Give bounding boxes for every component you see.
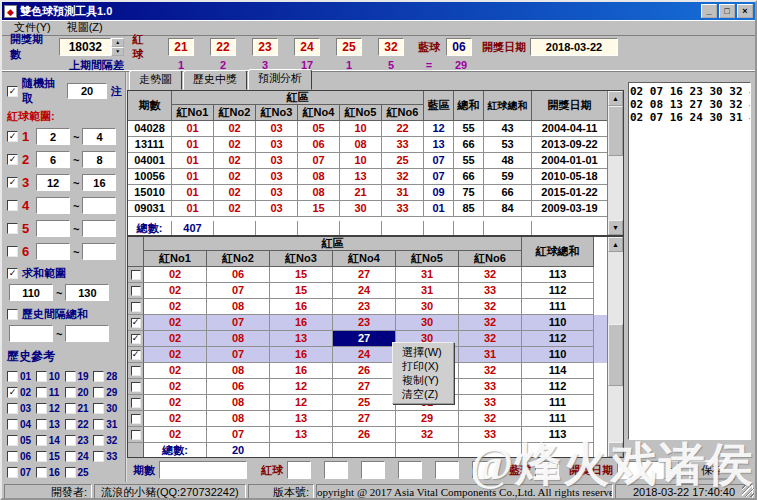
- red-number-cell[interactable]: 12: [270, 395, 333, 411]
- red-number-cell[interactable]: 03: [256, 185, 298, 201]
- red-number-cell[interactable]: 03: [256, 137, 298, 153]
- red-sum-cell[interactable]: 110: [522, 315, 594, 331]
- issue-cell[interactable]: 15010: [128, 185, 172, 201]
- red-number-cell[interactable]: 05: [298, 121, 340, 137]
- bottom-red-input-4[interactable]: [398, 461, 422, 479]
- table-row[interactable]: 04001 01 02 03 07 10 25 07 55: [128, 153, 607, 169]
- blue-number-cell[interactable]: 12: [424, 121, 454, 137]
- red-sum-cell[interactable]: 66: [484, 185, 532, 201]
- table-row[interactable]: ✓ 02 08 13 27 30 32 112: [128, 331, 607, 347]
- row-checkbox-cell[interactable]: [128, 267, 144, 283]
- red-number-cell[interactable]: 21: [340, 185, 382, 201]
- red-number-cell[interactable]: 27: [333, 267, 396, 283]
- result-line[interactable]: 02 08 13 27 30 32 +01: [630, 98, 749, 111]
- issue-cell[interactable]: 10056: [128, 169, 172, 185]
- range-checkbox[interactable]: ✓: [7, 131, 18, 142]
- history-number-item[interactable]: 12: [36, 400, 65, 416]
- range-checkbox[interactable]: ✓: [7, 154, 18, 165]
- red-sum-cell[interactable]: 43: [484, 121, 532, 137]
- red-sum-cell[interactable]: 112: [522, 283, 594, 299]
- range-to-input[interactable]: [82, 128, 116, 145]
- red-number-cell[interactable]: 33: [459, 283, 522, 299]
- history-checkbox[interactable]: [36, 467, 47, 478]
- red-number-cell[interactable]: 13: [270, 427, 333, 443]
- range-from-input[interactable]: [36, 151, 70, 168]
- scroll-thumb[interactable]: [608, 106, 623, 156]
- red-number-cell[interactable]: 32: [459, 331, 522, 347]
- history-number-item[interactable]: 03: [7, 400, 36, 416]
- history-number-item[interactable]: 13: [36, 416, 65, 432]
- history-checkbox[interactable]: [65, 403, 76, 414]
- red-number-cell[interactable]: 07: [207, 283, 270, 299]
- red-number-cell[interactable]: 02: [144, 315, 207, 331]
- sum-cell[interactable]: 66: [454, 137, 484, 153]
- red-number-cell[interactable]: 26: [333, 363, 396, 379]
- red-number-cell[interactable]: 33: [459, 427, 522, 443]
- history-gap-from-input[interactable]: [9, 325, 53, 342]
- red-number-cell[interactable]: 06: [207, 379, 270, 395]
- sum-cell[interactable]: 75: [454, 185, 484, 201]
- red-number-cell[interactable]: 32: [459, 267, 522, 283]
- range-checkbox[interactable]: [7, 200, 18, 211]
- table-row[interactable]: 15010 01 02 03 08 21 31 09 75: [128, 185, 607, 201]
- history-number-item[interactable]: 23: [65, 432, 94, 448]
- history-checkbox[interactable]: [7, 435, 18, 446]
- red-number-cell[interactable]: 31: [382, 185, 424, 201]
- range-to-input[interactable]: [82, 174, 116, 191]
- red-number-cell[interactable]: 32: [382, 169, 424, 185]
- bottom-red-input-1[interactable]: [287, 461, 311, 479]
- resize-grip[interactable]: [742, 485, 754, 497]
- red-number-cell[interactable]: 06: [298, 137, 340, 153]
- red-number-cell[interactable]: 07: [207, 315, 270, 331]
- red-number-cell[interactable]: 32: [459, 299, 522, 315]
- tab[interactable]: 走勢圖: [129, 70, 182, 90]
- date-cell[interactable]: 2013-09-22: [532, 137, 607, 153]
- range-from-input[interactable]: [36, 174, 70, 191]
- red-number-cell[interactable]: 01: [172, 153, 214, 169]
- red-number-cell[interactable]: 24: [333, 283, 396, 299]
- history-number-item[interactable]: 21: [65, 400, 94, 416]
- history-number-item[interactable]: 25: [65, 464, 94, 480]
- table-row[interactable]: 02 07 13 26 32 33 113: [128, 427, 607, 443]
- bottom-blue-input[interactable]: [535, 461, 559, 479]
- date-cell[interactable]: 2010-05-18: [532, 169, 607, 185]
- red-number-cell[interactable]: 02: [214, 137, 256, 153]
- red-number-cell[interactable]: 31: [396, 283, 459, 299]
- history-number-item[interactable]: 32: [93, 432, 122, 448]
- row-checkbox-cell[interactable]: [128, 379, 144, 395]
- red-number-cell[interactable]: 03: [256, 169, 298, 185]
- bottom-red-input-6[interactable]: [472, 461, 496, 479]
- sum-cell[interactable]: 85: [454, 201, 484, 217]
- red-number-cell[interactable]: 30: [396, 299, 459, 315]
- red-number-cell[interactable]: 02: [214, 121, 256, 137]
- row-checkbox-cell[interactable]: [128, 427, 144, 443]
- table-row[interactable]: 02 07 15 24 31 33 112: [128, 283, 607, 299]
- red-sum-cell[interactable]: 84: [484, 201, 532, 217]
- red-number-cell[interactable]: 22: [382, 121, 424, 137]
- red-number-cell[interactable]: 16: [270, 363, 333, 379]
- red-number-cell[interactable]: 16: [270, 347, 333, 363]
- chevron-down-icon[interactable]: ▼: [663, 461, 679, 479]
- red-number-cell[interactable]: 25: [382, 153, 424, 169]
- range-to-input[interactable]: [82, 151, 116, 168]
- scroll-up-icon[interactable]: ▲: [608, 91, 623, 106]
- history-checkbox[interactable]: [7, 467, 18, 478]
- date-cell[interactable]: 2004-01-01: [532, 153, 607, 169]
- history-checkbox[interactable]: [65, 467, 76, 478]
- row-checkbox-cell[interactable]: ✓: [128, 315, 144, 331]
- red-number-cell[interactable]: 03: [256, 121, 298, 137]
- history-checkbox[interactable]: [36, 403, 47, 414]
- row-checkbox-cell[interactable]: [128, 299, 144, 315]
- scroll-track[interactable]: [608, 106, 623, 220]
- red-number-cell[interactable]: 27: [333, 331, 396, 347]
- red-number-cell[interactable]: 02: [144, 347, 207, 363]
- red-number-cell[interactable]: 01: [172, 185, 214, 201]
- red-number-cell[interactable]: 29: [396, 411, 459, 427]
- red-number-cell[interactable]: 02: [144, 363, 207, 379]
- red-number-cell[interactable]: 16: [270, 315, 333, 331]
- red-number-cell[interactable]: 25: [333, 395, 396, 411]
- history-number-item[interactable]: 05: [7, 432, 36, 448]
- history-number-item[interactable]: 01: [7, 368, 36, 384]
- random-pick-checkbox[interactable]: ✓: [7, 86, 18, 97]
- history-number-item[interactable]: 24: [65, 448, 94, 464]
